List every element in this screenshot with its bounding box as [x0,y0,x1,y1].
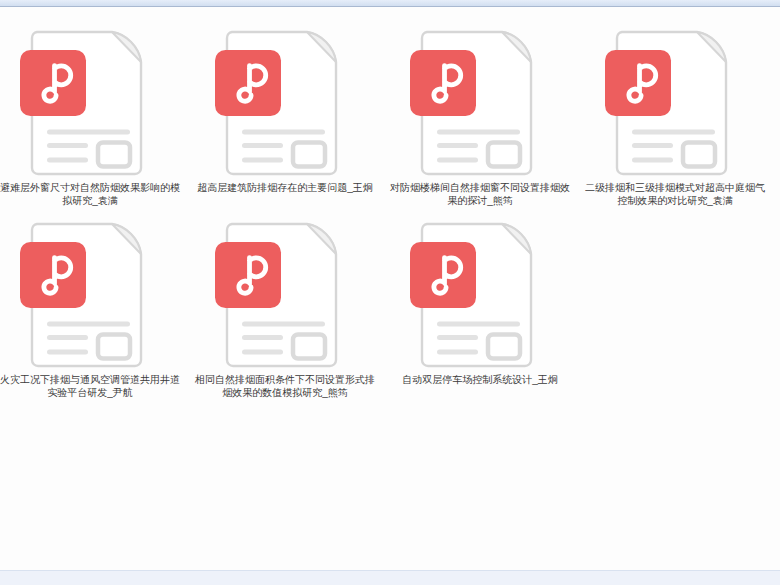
file-item[interactable]: 对防烟楼梯间自然排烟窗不同设置排烟效果的探讨_熊筠 [390,14,585,206]
file-browser-window: 避难层外窗尺寸对自然防烟效果影响的模拟研究_袁满 超高层建筑防排烟存在的主要问题… [0,0,780,585]
pdf-file-icon [20,30,146,176]
toolbar-edge [0,0,780,7]
file-item[interactable]: 二级排烟和三级排烟模式对超高中庭烟气控制效果的对比研究_袁满 [585,14,780,206]
file-name: 相同自然排烟面积条件下不同设置形式排烟效果的数值模拟研究_熊筠 [195,373,375,399]
pdf-file-icon [410,30,536,176]
file-name: 避难层外窗尺寸对自然防烟效果影响的模拟研究_袁满 [0,181,180,207]
status-bar [0,570,780,585]
file-grid: 避难层外窗尺寸对自然防烟效果影响的模拟研究_袁满 超高层建筑防排烟存在的主要问题… [0,7,780,570]
pdf-file-icon [410,222,536,368]
file-name: 对防烟楼梯间自然排烟窗不同设置排烟效果的探讨_熊筠 [390,181,570,207]
file-name: 超高层建筑防排烟存在的主要问题_王炯 [195,181,375,194]
file-item[interactable]: 相同自然排烟面积条件下不同设置形式排烟效果的数值模拟研究_熊筠 [195,206,390,398]
file-item[interactable]: 自动双层停车场控制系统设计_王炯 [390,206,585,398]
pdf-file-icon [605,30,731,176]
pdf-file-icon [215,222,341,368]
file-name: 火灾工况下排烟与通风空调管道共用井道实验平台研发_尹航 [0,373,180,399]
file-item[interactable]: 超高层建筑防排烟存在的主要问题_王炯 [195,14,390,206]
file-name: 自动双层停车场控制系统设计_王炯 [390,373,570,386]
file-item[interactable]: 避难层外窗尺寸对自然防烟效果影响的模拟研究_袁满 [0,14,195,206]
pdf-file-icon [20,222,146,368]
file-item[interactable]: 火灾工况下排烟与通风空调管道共用井道实验平台研发_尹航 [0,206,195,398]
pdf-file-icon [215,30,341,176]
file-name: 二级排烟和三级排烟模式对超高中庭烟气控制效果的对比研究_袁满 [585,181,765,207]
